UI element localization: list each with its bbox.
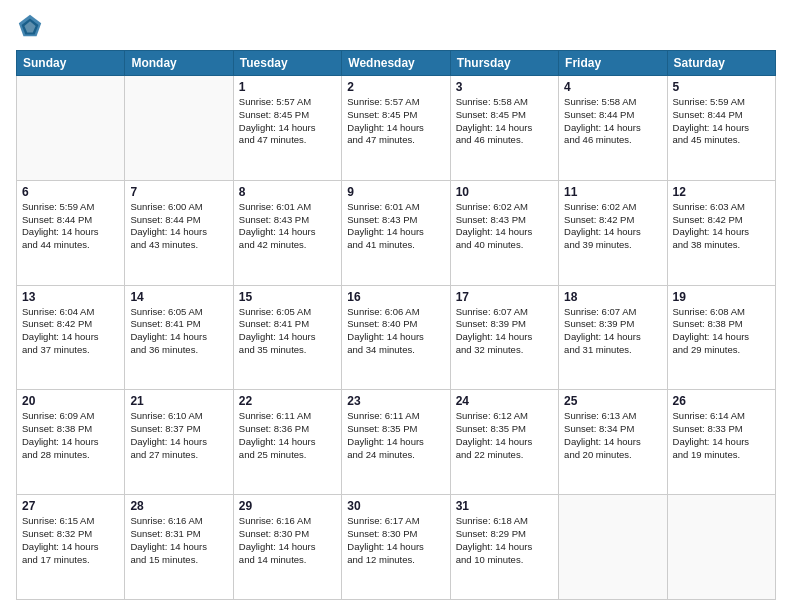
day-cell: 7Sunrise: 6:00 AM Sunset: 8:44 PM Daylig… xyxy=(125,180,233,285)
day-cell xyxy=(17,76,125,181)
day-number: 13 xyxy=(22,290,119,304)
day-cell: 20Sunrise: 6:09 AM Sunset: 8:38 PM Dayli… xyxy=(17,390,125,495)
day-cell: 18Sunrise: 6:07 AM Sunset: 8:39 PM Dayli… xyxy=(559,285,667,390)
day-number: 4 xyxy=(564,80,661,94)
day-number: 23 xyxy=(347,394,444,408)
logo xyxy=(16,12,48,40)
day-cell: 28Sunrise: 6:16 AM Sunset: 8:31 PM Dayli… xyxy=(125,495,233,600)
day-cell: 4Sunrise: 5:58 AM Sunset: 8:44 PM Daylig… xyxy=(559,76,667,181)
day-number: 31 xyxy=(456,499,553,513)
day-info: Sunrise: 5:59 AM Sunset: 8:44 PM Dayligh… xyxy=(22,201,119,252)
day-number: 2 xyxy=(347,80,444,94)
day-number: 27 xyxy=(22,499,119,513)
day-cell: 21Sunrise: 6:10 AM Sunset: 8:37 PM Dayli… xyxy=(125,390,233,495)
day-info: Sunrise: 6:06 AM Sunset: 8:40 PM Dayligh… xyxy=(347,306,444,357)
day-number: 8 xyxy=(239,185,336,199)
day-number: 25 xyxy=(564,394,661,408)
week-row-3: 13Sunrise: 6:04 AM Sunset: 8:42 PM Dayli… xyxy=(17,285,776,390)
day-cell: 11Sunrise: 6:02 AM Sunset: 8:42 PM Dayli… xyxy=(559,180,667,285)
day-number: 22 xyxy=(239,394,336,408)
day-info: Sunrise: 6:10 AM Sunset: 8:37 PM Dayligh… xyxy=(130,410,227,461)
day-cell: 2Sunrise: 5:57 AM Sunset: 8:45 PM Daylig… xyxy=(342,76,450,181)
day-info: Sunrise: 6:03 AM Sunset: 8:42 PM Dayligh… xyxy=(673,201,770,252)
day-number: 10 xyxy=(456,185,553,199)
day-number: 24 xyxy=(456,394,553,408)
day-cell: 16Sunrise: 6:06 AM Sunset: 8:40 PM Dayli… xyxy=(342,285,450,390)
day-number: 16 xyxy=(347,290,444,304)
day-number: 1 xyxy=(239,80,336,94)
day-number: 29 xyxy=(239,499,336,513)
week-row-2: 6Sunrise: 5:59 AM Sunset: 8:44 PM Daylig… xyxy=(17,180,776,285)
day-info: Sunrise: 6:11 AM Sunset: 8:36 PM Dayligh… xyxy=(239,410,336,461)
day-cell xyxy=(559,495,667,600)
week-row-5: 27Sunrise: 6:15 AM Sunset: 8:32 PM Dayli… xyxy=(17,495,776,600)
day-number: 26 xyxy=(673,394,770,408)
weekday-header-thursday: Thursday xyxy=(450,51,558,76)
day-cell xyxy=(125,76,233,181)
day-info: Sunrise: 6:15 AM Sunset: 8:32 PM Dayligh… xyxy=(22,515,119,566)
day-cell: 15Sunrise: 6:05 AM Sunset: 8:41 PM Dayli… xyxy=(233,285,341,390)
day-info: Sunrise: 6:05 AM Sunset: 8:41 PM Dayligh… xyxy=(239,306,336,357)
day-info: Sunrise: 6:00 AM Sunset: 8:44 PM Dayligh… xyxy=(130,201,227,252)
day-cell: 5Sunrise: 5:59 AM Sunset: 8:44 PM Daylig… xyxy=(667,76,775,181)
day-cell: 22Sunrise: 6:11 AM Sunset: 8:36 PM Dayli… xyxy=(233,390,341,495)
day-cell: 13Sunrise: 6:04 AM Sunset: 8:42 PM Dayli… xyxy=(17,285,125,390)
day-info: Sunrise: 6:18 AM Sunset: 8:29 PM Dayligh… xyxy=(456,515,553,566)
week-row-4: 20Sunrise: 6:09 AM Sunset: 8:38 PM Dayli… xyxy=(17,390,776,495)
day-info: Sunrise: 6:14 AM Sunset: 8:33 PM Dayligh… xyxy=(673,410,770,461)
day-number: 11 xyxy=(564,185,661,199)
day-cell: 30Sunrise: 6:17 AM Sunset: 8:30 PM Dayli… xyxy=(342,495,450,600)
day-cell: 3Sunrise: 5:58 AM Sunset: 8:45 PM Daylig… xyxy=(450,76,558,181)
day-cell: 12Sunrise: 6:03 AM Sunset: 8:42 PM Dayli… xyxy=(667,180,775,285)
calendar: SundayMondayTuesdayWednesdayThursdayFrid… xyxy=(16,50,776,600)
day-number: 17 xyxy=(456,290,553,304)
day-info: Sunrise: 6:11 AM Sunset: 8:35 PM Dayligh… xyxy=(347,410,444,461)
day-info: Sunrise: 6:01 AM Sunset: 8:43 PM Dayligh… xyxy=(239,201,336,252)
day-info: Sunrise: 6:02 AM Sunset: 8:43 PM Dayligh… xyxy=(456,201,553,252)
day-info: Sunrise: 6:09 AM Sunset: 8:38 PM Dayligh… xyxy=(22,410,119,461)
day-info: Sunrise: 6:05 AM Sunset: 8:41 PM Dayligh… xyxy=(130,306,227,357)
day-number: 12 xyxy=(673,185,770,199)
weekday-header-saturday: Saturday xyxy=(667,51,775,76)
day-cell: 26Sunrise: 6:14 AM Sunset: 8:33 PM Dayli… xyxy=(667,390,775,495)
day-info: Sunrise: 6:16 AM Sunset: 8:30 PM Dayligh… xyxy=(239,515,336,566)
day-number: 14 xyxy=(130,290,227,304)
day-info: Sunrise: 5:57 AM Sunset: 8:45 PM Dayligh… xyxy=(347,96,444,147)
day-cell: 24Sunrise: 6:12 AM Sunset: 8:35 PM Dayli… xyxy=(450,390,558,495)
day-number: 15 xyxy=(239,290,336,304)
logo-icon xyxy=(16,12,44,40)
day-cell: 31Sunrise: 6:18 AM Sunset: 8:29 PM Dayli… xyxy=(450,495,558,600)
day-number: 9 xyxy=(347,185,444,199)
day-number: 6 xyxy=(22,185,119,199)
week-row-1: 1Sunrise: 5:57 AM Sunset: 8:45 PM Daylig… xyxy=(17,76,776,181)
day-info: Sunrise: 5:58 AM Sunset: 8:44 PM Dayligh… xyxy=(564,96,661,147)
day-info: Sunrise: 6:07 AM Sunset: 8:39 PM Dayligh… xyxy=(456,306,553,357)
day-number: 20 xyxy=(22,394,119,408)
day-info: Sunrise: 5:58 AM Sunset: 8:45 PM Dayligh… xyxy=(456,96,553,147)
day-info: Sunrise: 5:59 AM Sunset: 8:44 PM Dayligh… xyxy=(673,96,770,147)
day-info: Sunrise: 6:12 AM Sunset: 8:35 PM Dayligh… xyxy=(456,410,553,461)
day-number: 18 xyxy=(564,290,661,304)
day-info: Sunrise: 6:01 AM Sunset: 8:43 PM Dayligh… xyxy=(347,201,444,252)
day-cell: 27Sunrise: 6:15 AM Sunset: 8:32 PM Dayli… xyxy=(17,495,125,600)
day-info: Sunrise: 6:04 AM Sunset: 8:42 PM Dayligh… xyxy=(22,306,119,357)
day-cell: 8Sunrise: 6:01 AM Sunset: 8:43 PM Daylig… xyxy=(233,180,341,285)
day-info: Sunrise: 6:08 AM Sunset: 8:38 PM Dayligh… xyxy=(673,306,770,357)
weekday-header-row: SundayMondayTuesdayWednesdayThursdayFrid… xyxy=(17,51,776,76)
weekday-header-wednesday: Wednesday xyxy=(342,51,450,76)
day-number: 19 xyxy=(673,290,770,304)
page: SundayMondayTuesdayWednesdayThursdayFrid… xyxy=(0,0,792,612)
day-cell: 17Sunrise: 6:07 AM Sunset: 8:39 PM Dayli… xyxy=(450,285,558,390)
day-cell xyxy=(667,495,775,600)
day-number: 30 xyxy=(347,499,444,513)
day-info: Sunrise: 6:17 AM Sunset: 8:30 PM Dayligh… xyxy=(347,515,444,566)
day-info: Sunrise: 6:13 AM Sunset: 8:34 PM Dayligh… xyxy=(564,410,661,461)
day-cell: 19Sunrise: 6:08 AM Sunset: 8:38 PM Dayli… xyxy=(667,285,775,390)
weekday-header-sunday: Sunday xyxy=(17,51,125,76)
header xyxy=(16,12,776,40)
weekday-header-monday: Monday xyxy=(125,51,233,76)
day-info: Sunrise: 6:07 AM Sunset: 8:39 PM Dayligh… xyxy=(564,306,661,357)
day-cell: 6Sunrise: 5:59 AM Sunset: 8:44 PM Daylig… xyxy=(17,180,125,285)
day-cell: 25Sunrise: 6:13 AM Sunset: 8:34 PM Dayli… xyxy=(559,390,667,495)
day-cell: 1Sunrise: 5:57 AM Sunset: 8:45 PM Daylig… xyxy=(233,76,341,181)
